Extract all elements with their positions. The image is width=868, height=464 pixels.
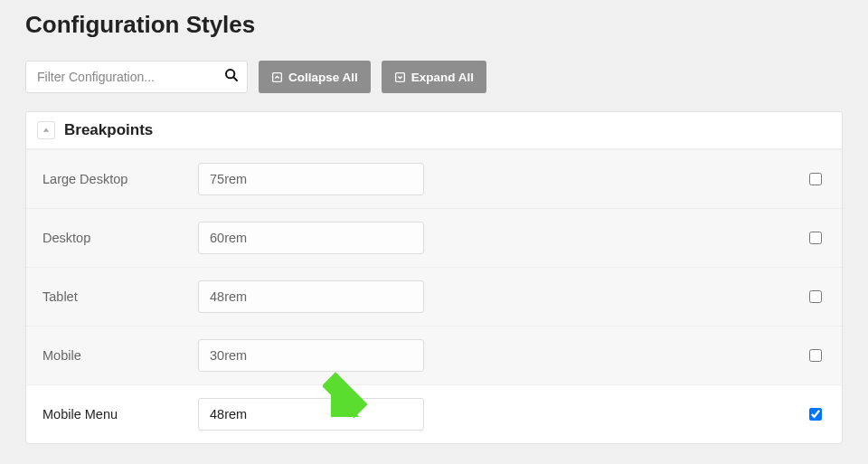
panel-title: Breakpoints — [64, 121, 153, 139]
svg-marker-4 — [43, 128, 50, 132]
row-checkbox-desktop[interactable] — [809, 232, 822, 244]
collapse-label: Collapse All — [288, 71, 358, 84]
row-mobile: Mobile — [26, 326, 842, 384]
collapse-all-button[interactable]: Collapse All — [259, 61, 371, 93]
panel-rows: Large Desktop Desktop Tablet Mobile — [26, 149, 842, 443]
row-desktop: Desktop — [26, 208, 842, 267]
row-input-desktop[interactable] — [198, 222, 424, 254]
search-wrap — [25, 61, 248, 93]
search-input[interactable] — [25, 61, 248, 93]
expand-icon — [394, 71, 406, 83]
row-checkbox-large-desktop[interactable] — [809, 173, 822, 185]
svg-line-1 — [233, 77, 237, 80]
row-input-tablet[interactable] — [198, 280, 424, 313]
row-checkbox-tablet[interactable] — [809, 290, 822, 303]
row-input-mobile-menu[interactable] — [198, 398, 424, 431]
row-input-large-desktop[interactable] — [198, 163, 424, 195]
breakpoints-panel: Breakpoints Large Desktop Desktop Tablet… — [25, 111, 843, 444]
row-label: Mobile — [42, 348, 198, 363]
row-mobile-menu: Mobile Menu — [26, 384, 842, 443]
svg-rect-2 — [273, 72, 282, 81]
row-label: Tablet — [42, 289, 198, 304]
collapse-icon — [271, 71, 283, 83]
search-icon[interactable] — [224, 68, 239, 86]
row-checkbox-mobile-menu[interactable] — [809, 408, 822, 421]
toolbar: Collapse All Expand All — [25, 61, 843, 93]
row-tablet: Tablet — [26, 267, 842, 326]
row-label: Mobile Menu — [42, 407, 198, 421]
row-input-mobile[interactable] — [198, 339, 424, 372]
row-large-desktop: Large Desktop — [26, 149, 842, 208]
expand-all-button[interactable]: Expand All — [382, 61, 486, 93]
panel-collapse-toggle[interactable] — [37, 121, 55, 139]
row-checkbox-mobile[interactable] — [809, 349, 822, 362]
row-label: Desktop — [42, 231, 198, 245]
expand-label: Expand All — [411, 71, 474, 84]
panel-header: Breakpoints — [26, 112, 842, 149]
svg-rect-3 — [395, 72, 404, 81]
page-title: Configuration Styles — [25, 11, 843, 39]
row-label: Large Desktop — [42, 172, 198, 186]
